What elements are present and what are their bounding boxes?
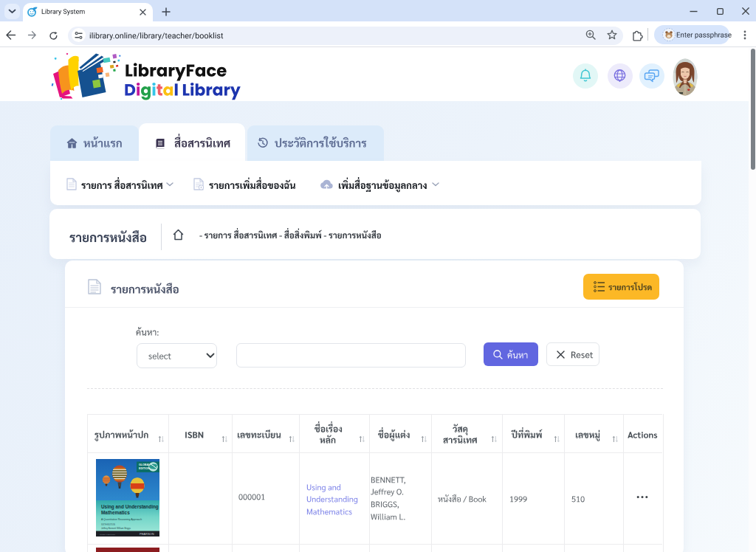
svg-text:Jeffrey Bennett William Brig: Jeffrey Bennett William Briggs: [101, 527, 131, 530]
svg-text:A Quantitative Reasoning Appro: A Quantitative Reasoning Approach: [101, 518, 142, 521]
svg-text:GLOBAL EDITION: GLOBAL EDITION: [100, 534, 115, 536]
svg-text:EDITION: EDITION: [139, 467, 150, 470]
svg-text:Mathematics: Mathematics: [101, 510, 130, 515]
svg-text:Using and Understanding: Using and Understanding: [101, 504, 159, 510]
svg-text:GLOBAL: GLOBAL: [139, 463, 151, 466]
svg-text:SIXTH EDITION: SIXTH EDITION: [101, 523, 115, 526]
svg-text:PEARSON: PEARSON: [140, 532, 154, 536]
